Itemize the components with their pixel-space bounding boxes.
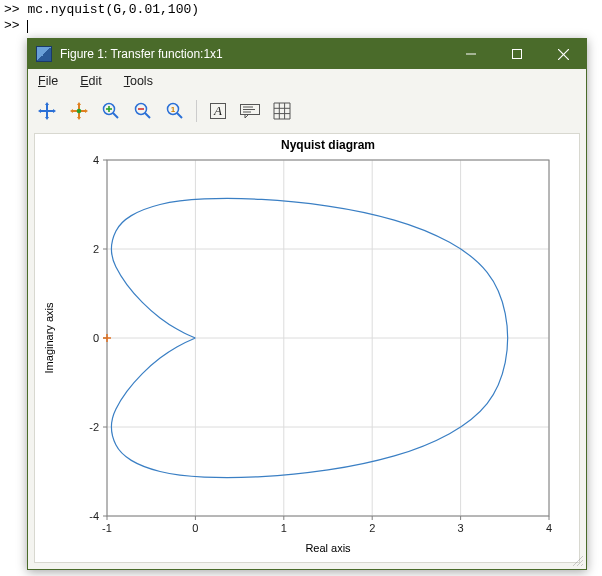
svg-point-4	[77, 108, 82, 113]
minimize-button[interactable]	[448, 39, 494, 69]
grid-toggle-icon[interactable]	[269, 98, 295, 124]
data-tip-icon[interactable]	[237, 98, 263, 124]
text-cursor	[27, 20, 28, 33]
svg-text:3: 3	[458, 522, 464, 534]
resize-grip-icon[interactable]	[571, 554, 583, 566]
titlebar[interactable]: Figure 1: Transfer function:1x1	[28, 39, 586, 69]
plot-canvas[interactable]: -101234-4-2024Nyquist diagramReal axisIm…	[34, 133, 580, 563]
svg-text:A: A	[213, 103, 222, 118]
svg-line-70	[581, 564, 583, 566]
svg-line-10	[145, 113, 150, 118]
text-annotation-icon[interactable]: A	[205, 98, 231, 124]
zoom-original-icon[interactable]: 1	[162, 98, 188, 124]
svg-text:-2: -2	[89, 421, 99, 433]
console-line: >> mc.nyquist(G,0.01,100)	[4, 2, 598, 18]
svg-line-6	[113, 113, 118, 118]
menu-file[interactable]: File	[34, 72, 62, 90]
app-icon	[36, 46, 52, 62]
svg-text:0: 0	[192, 522, 198, 534]
svg-rect-1	[513, 50, 522, 59]
console-output: >> mc.nyquist(G,0.01,100) >>	[0, 0, 602, 35]
svg-text:1: 1	[281, 522, 287, 534]
menubar: File Edit Tools	[28, 69, 586, 93]
svg-text:-1: -1	[102, 522, 112, 534]
rotate-icon[interactable]	[66, 98, 92, 124]
svg-text:4: 4	[93, 154, 99, 166]
zoom-in-icon[interactable]	[98, 98, 124, 124]
plot-area: -101234-4-2024Nyquist diagramReal axisIm…	[28, 129, 586, 569]
nyquist-plot: -101234-4-2024Nyquist diagramReal axisIm…	[35, 134, 579, 562]
toolbar: 1 A	[28, 93, 586, 129]
svg-line-13	[177, 113, 182, 118]
svg-text:Real axis: Real axis	[305, 542, 351, 554]
figure-window: Figure 1: Transfer function:1x1 File Edi…	[27, 38, 587, 570]
zoom-out-icon[interactable]	[130, 98, 156, 124]
svg-text:2: 2	[93, 243, 99, 255]
svg-text:-4: -4	[89, 510, 99, 522]
toolbar-separator	[196, 100, 197, 122]
svg-text:Nyquist diagram: Nyquist diagram	[281, 138, 375, 152]
pan-icon[interactable]	[34, 98, 60, 124]
svg-text:0: 0	[93, 332, 99, 344]
svg-text:2: 2	[369, 522, 375, 534]
window-title: Figure 1: Transfer function:1x1	[60, 47, 448, 61]
close-button[interactable]	[540, 39, 586, 69]
menu-tools[interactable]: Tools	[120, 72, 157, 90]
svg-text:1: 1	[171, 105, 176, 114]
svg-text:4: 4	[546, 522, 552, 534]
svg-text:Imaginary axis: Imaginary axis	[43, 302, 55, 373]
console-prompt[interactable]: >>	[4, 18, 598, 34]
menu-edit[interactable]: Edit	[76, 72, 106, 90]
maximize-button[interactable]	[494, 39, 540, 69]
